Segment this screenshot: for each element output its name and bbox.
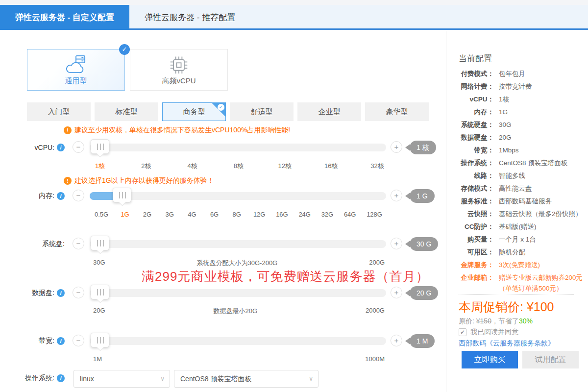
tick-label: 16核 bbox=[321, 162, 341, 171]
summary-item-label: 服务标准： bbox=[446, 195, 494, 208]
summary-item-label: 内存： bbox=[446, 106, 494, 119]
summary-item-label: 数据硬盘： bbox=[446, 131, 494, 144]
summary-item-value: 一个月 x 1台 bbox=[494, 233, 588, 246]
bandwidth-slider-row: 带宽: i − + 1 M bbox=[0, 337, 446, 345]
data-disk-label: 数据盘: bbox=[32, 289, 54, 297]
summary-item-label: 可用区： bbox=[446, 246, 494, 259]
vcpu-plus-button[interactable]: + bbox=[391, 141, 402, 153]
agree-checkbox[interactable]: ✓ bbox=[459, 328, 466, 336]
savings-prefix: ，节省了 bbox=[491, 317, 519, 325]
trial-config-button[interactable]: 试用配置 bbox=[522, 351, 579, 368]
os-family-select[interactable]: linux ∨ bbox=[74, 370, 170, 388]
chevron-down-icon: ∨ bbox=[309, 370, 313, 387]
info-icon[interactable]: i bbox=[57, 192, 65, 200]
tick-label: 32G bbox=[321, 211, 334, 218]
summary-item: CC防护： 基础版(赠送) bbox=[446, 220, 588, 233]
summary-item: 带宽： 1Mbps bbox=[446, 144, 588, 157]
system-disk-label: 系统盘: bbox=[42, 240, 65, 248]
summary-item-label: 企业邮箱： bbox=[446, 271, 494, 293]
memory-minus-button[interactable]: − bbox=[73, 190, 84, 201]
tick-label: 128G bbox=[367, 211, 382, 218]
tier-tab[interactable]: 企业型 ✓ bbox=[297, 102, 361, 121]
summary-item-value: 高性能云盘 bbox=[494, 182, 588, 195]
check-icon: ✓ bbox=[218, 104, 224, 111]
tick-label: 3G bbox=[164, 211, 175, 218]
bandwidth-slider-handle[interactable] bbox=[91, 333, 109, 347]
info-icon[interactable]: i bbox=[57, 374, 65, 382]
memory-label: 内存: bbox=[39, 192, 54, 200]
terms-link[interactable]: 西部数码《云服务器服务条款》 bbox=[459, 339, 555, 348]
tick-label: 16G bbox=[276, 211, 288, 218]
action-buttons: 立即购买 试用配置 bbox=[462, 351, 579, 368]
tick-label: 6G bbox=[209, 211, 220, 218]
bandwidth-plus-button[interactable]: + bbox=[391, 335, 402, 346]
tier-tab-label: 企业型 bbox=[318, 107, 341, 116]
summary-item-value: 赠送专业版云邮新购券200元（单笔订单满500元） bbox=[494, 271, 588, 293]
warning-icon: ! bbox=[64, 177, 72, 185]
info-icon[interactable]: i bbox=[57, 337, 65, 345]
server-type-card-high-freq[interactable]: 高频vCPU bbox=[130, 49, 228, 91]
summary-item-value: 智能多线 bbox=[494, 170, 588, 182]
summary-item-value: 基础云快照（最多2份快照） bbox=[494, 208, 588, 220]
data-disk-minus-button[interactable]: − bbox=[73, 287, 84, 298]
tier-tab[interactable]: 舒适型 ✓ bbox=[230, 102, 294, 121]
tick-label: 4核 bbox=[183, 162, 202, 171]
bandwidth-slider-track[interactable] bbox=[90, 337, 386, 345]
system-disk-plus-button[interactable]: + bbox=[391, 238, 402, 249]
memory-slider-handle[interactable] bbox=[113, 188, 131, 202]
buy-now-button[interactable]: 立即购买 bbox=[462, 351, 518, 368]
system-disk-value-badge: 30 G bbox=[410, 237, 438, 251]
system-disk-slider-track[interactable] bbox=[90, 240, 386, 248]
tick-label: 32核 bbox=[368, 162, 387, 171]
tier-tab[interactable]: 豪华型 ✓ bbox=[365, 102, 429, 121]
range-hint: 数据盘最小20G bbox=[213, 307, 257, 316]
summary-item: 企业邮箱： 赠送专业版云邮新购券200元（单笔订单满500元） bbox=[446, 271, 588, 293]
server-type-label: 高频vCPU bbox=[162, 76, 196, 86]
bandwidth-value-badge: 1 M bbox=[410, 334, 435, 348]
tier-tab[interactable]: 入门型 ✓ bbox=[27, 102, 91, 121]
system-disk-slider-handle[interactable] bbox=[91, 236, 109, 250]
info-icon[interactable]: i bbox=[57, 289, 65, 297]
tick-label: 0.5G bbox=[95, 211, 108, 218]
system-disk-slider-row: 系统盘: − + 30 G bbox=[0, 240, 446, 248]
tab-recommended-config[interactable]: 弹性云服务器 - 推荐配置 bbox=[129, 5, 250, 30]
server-type-card-general[interactable]: 通用型 ✓ bbox=[27, 49, 125, 91]
vcpu-value-badge: 1 核 bbox=[410, 141, 436, 154]
summary-item-label: 购买量： bbox=[446, 233, 494, 246]
tier-tab-label: 豪华型 bbox=[386, 107, 408, 116]
summary-item-value: 1G bbox=[494, 106, 588, 119]
range-min: 30G bbox=[93, 259, 105, 268]
warning-text: 建议选择1G以上内存以获得更好的服务体验！ bbox=[74, 176, 214, 185]
vcpu-warning: ! 建议至少用双核，单核在很多情况下容易发生vCPU100%占用影响性能! bbox=[64, 126, 290, 135]
tier-tab[interactable]: 商务型 ✓ bbox=[162, 102, 226, 121]
summary-item-value: 随机分配 bbox=[494, 246, 588, 259]
summary-item-value: 基础版(赠送) bbox=[494, 220, 588, 233]
info-icon[interactable]: i bbox=[57, 144, 65, 151]
bandwidth-minus-button[interactable]: − bbox=[73, 335, 84, 346]
selected-check-icon: ✓ bbox=[119, 44, 130, 55]
tier-tab-label: 舒适型 bbox=[251, 107, 273, 116]
system-disk-minus-button[interactable]: − bbox=[73, 238, 84, 249]
memory-plus-button[interactable]: + bbox=[391, 190, 402, 201]
vcpu-slider-track[interactable] bbox=[90, 144, 386, 151]
tab-custom-config[interactable]: 弹性云服务器 - 自定义配置 bbox=[0, 5, 129, 30]
summary-item: 操作系统： CentOS8 预装宝塔面板 bbox=[446, 157, 588, 170]
memory-slider-track[interactable] bbox=[90, 192, 386, 200]
tier-tab-label: 标准型 bbox=[116, 107, 138, 116]
summary-item-label: 金牌服务： bbox=[446, 259, 494, 271]
range-hint: 系统盘分配大小为30G-200G bbox=[197, 259, 278, 268]
data-disk-plus-button[interactable]: + bbox=[391, 287, 402, 298]
summary-item-label: 付费模式： bbox=[446, 68, 494, 80]
bandwidth-label: 带宽: bbox=[39, 337, 54, 345]
summary-item-value: 按带宽计费 bbox=[494, 80, 588, 93]
tier-tab[interactable]: 标准型 ✓ bbox=[95, 102, 158, 121]
vcpu-slider-handle[interactable] bbox=[91, 139, 109, 154]
vcpu-minus-button[interactable]: − bbox=[73, 141, 84, 153]
data-disk-slider-track[interactable] bbox=[90, 289, 386, 297]
tick-label: 1核 bbox=[90, 162, 110, 171]
agree-text: 我已阅读并同意 bbox=[470, 328, 518, 337]
data-disk-slider-handle[interactable] bbox=[91, 285, 109, 299]
os-image-select[interactable]: CentOS8 预装宝塔面板 ∨ bbox=[174, 370, 318, 388]
data-disk-slider-row: 数据盘: i − + 20 G bbox=[0, 289, 446, 297]
summary-item: 线路： 智能多线 bbox=[446, 170, 588, 182]
